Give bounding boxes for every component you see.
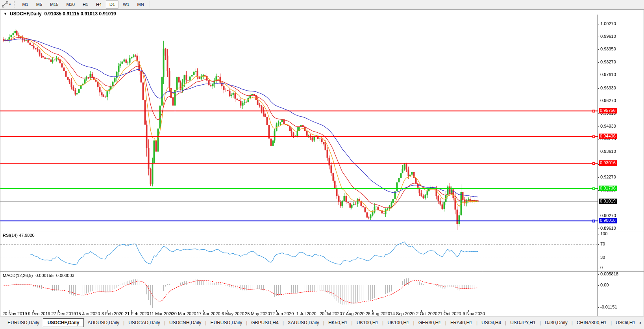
chevron-down-icon: ▾ [9, 2, 11, 6]
tab-gbpusd-h4[interactable]: GBPUSD,H4 [248, 319, 282, 327]
timeframe-button-m30[interactable]: M30 [63, 0, 78, 9]
timeframe-button-h4[interactable]: H4 [93, 0, 105, 9]
hline-price-label-0.94406: 0.94406 [599, 134, 617, 139]
trendline-tool-icon [2, 1, 8, 7]
timeframe-button-m1[interactable]: M1 [19, 0, 32, 9]
tab-usoil-h4[interactable]: USOil,H4 [478, 319, 505, 327]
tab-china300-h1[interactable]: CHINA300,H1 [573, 319, 610, 327]
hline-price-label-0.91706: 0.91706 [599, 186, 617, 191]
tab-eurusd-daily[interactable]: EURUSD,Daily [4, 319, 43, 327]
price-chart-canvas[interactable] [0, 10, 644, 316]
toolbar-grip[interactable] [14, 1, 16, 7]
current-price-label: 0.91019 [599, 199, 617, 204]
timeframe-button-mn[interactable]: MN [134, 0, 148, 9]
tab-uk100-h1[interactable]: UK100,H1 [353, 319, 382, 327]
top-toolbar: ▾ M1M5M15M30H1H4D1W1MN [0, 0, 644, 9]
chart-title-ohlc: 0.91085 0.91115 0.91013 0.91019 [44, 11, 116, 17]
timeframe-button-m15[interactable]: M15 [46, 0, 62, 9]
tab-xauusd-daily[interactable]: XAUUSD,Daily [284, 319, 323, 327]
tab-dj30-daily[interactable]: DJ30,Daily [541, 319, 571, 327]
tab-usoil-h1[interactable]: USOil,H1 [612, 319, 639, 327]
rsi-label: RSI(14) 47.9820 [3, 233, 35, 238]
tab-scrollers: ◂ ▸ [639, 321, 644, 325]
hline-price-label-0.95756: 0.95756 [599, 108, 617, 113]
tab-hk50-h1[interactable]: HK50,H1 [325, 319, 351, 327]
timeframe-button-m5[interactable]: M5 [33, 0, 46, 9]
timeframe-button-w1[interactable]: W1 [119, 0, 133, 9]
chart-tabs: EURUSD,DailyUSDCHF,DailyAUDUSD,Daily|USD… [4, 318, 639, 327]
tab-eurusd-daily[interactable]: EURUSD,Daily [207, 319, 246, 327]
tab-uk100-h1[interactable]: UK100,H1 [384, 319, 413, 327]
tab-fra40-h1[interactable]: FRA40,H1 [447, 319, 476, 327]
chart-tab-bar: EURUSD,DailyUSDCHF,DailyAUDUSD,Daily|USD… [0, 316, 644, 329]
tab-usdjpy-h1[interactable]: USDJPY,H1 [507, 319, 539, 327]
macd-label: MACD(12,26,9) -0.000155 -0.000003 [3, 273, 74, 278]
tab-usdcad-daily[interactable]: USDCAD,Daily [125, 319, 164, 327]
tab-scroll-left-icon[interactable]: ◂ [639, 321, 641, 325]
chart-title-symbol: USDCHF,Daily [10, 11, 42, 17]
hline-price-label-0.90018: 0.90018 [599, 218, 617, 223]
tab-usdcnh-daily[interactable]: USDCNH,Daily [166, 319, 205, 327]
timeframe-button-d1[interactable]: D1 [106, 0, 118, 9]
timeframe-button-h1[interactable]: H1 [79, 0, 92, 9]
chart-title-caret-icon[interactable]: ▼ [4, 12, 7, 16]
hline-price-label-0.93016: 0.93016 [599, 160, 617, 166]
tab-audusd-daily[interactable]: AUDUSD,Daily [84, 319, 123, 327]
tab-usdchf-daily[interactable]: USDCHF,Daily [43, 318, 84, 327]
tab-ger30-h1[interactable]: GER30,H1 [415, 319, 445, 327]
chart-title: ▼ USDCHF,Daily 0.91085 0.91115 0.91013 0… [4, 11, 116, 17]
chart-window: ▼ USDCHF,Daily 0.91085 0.91115 0.91013 0… [0, 9, 644, 316]
toolbar-separator [150, 1, 150, 7]
timeframe-buttons: M1M5M15M30H1H4D1W1MN [19, 0, 148, 9]
trendline-tool-button[interactable]: ▾ [1, 0, 12, 8]
